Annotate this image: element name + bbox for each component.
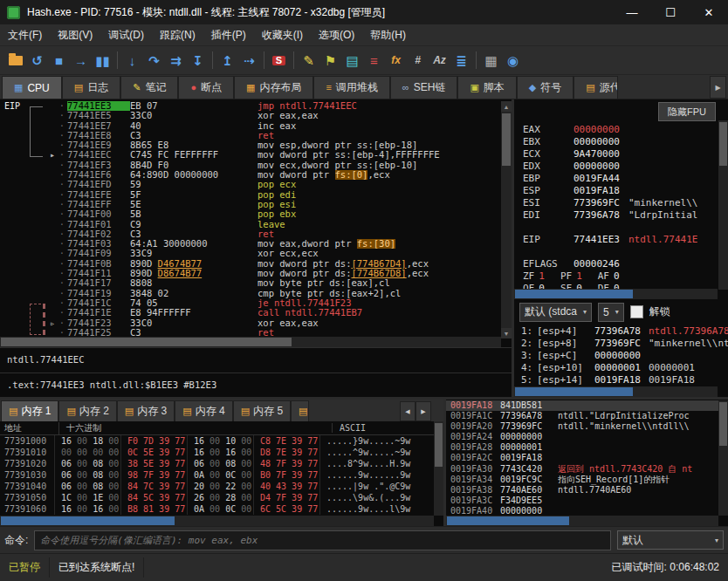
tab-scroll-left-icon[interactable]: ◀ [400, 401, 416, 421]
registers-vertical-scrollbar[interactable] [718, 120, 728, 290]
stack-row[interactable]: 0019FA2400000000 [446, 432, 718, 442]
memory-row[interactable]: 7739101000 00 00 000C 5E 39 7716 00 16 0… [0, 447, 434, 458]
stack-row[interactable]: 0019FA20773969FCntdll."minkernel\\ntdll\… [446, 421, 718, 432]
menu-item-favourites[interactable]: 收藏夹(I) [254, 25, 311, 45]
memory-row[interactable]: 7739100016 00 18 00F0 7D 39 7716 00 10 0… [0, 435, 434, 447]
argument-row[interactable]: 4:[esp+10]0000000100000001 [521, 362, 728, 374]
minimize-button[interactable]: — [613, 0, 651, 24]
animate-into-icon[interactable]: ⇉ [165, 50, 187, 72]
stack-row[interactable]: 0019FA387740AE60ntdll.7740AE60 [446, 485, 718, 496]
tab-scroll-right-icon[interactable]: ▶ [710, 76, 726, 99]
register-row[interactable]: EBP0019FA44 [523, 173, 728, 185]
close-debuggee-icon[interactable]: ■ [48, 50, 70, 72]
memory-tab-1[interactable]: ▤内存 1 [1, 400, 58, 421]
calculator-icon[interactable]: ▦ [480, 50, 502, 72]
memory-row[interactable]: 773910501C 00 1E 0084 5C 39 7726 00 28 0… [0, 492, 434, 503]
disasm-row[interactable]: ·77441F005Bpop ebx [0, 209, 501, 219]
tab-script[interactable]: ▣脚本 [457, 76, 516, 99]
step-into-icon[interactable]: ↓ [121, 50, 143, 72]
strings-icon[interactable]: Az [429, 50, 450, 72]
hide-fpu-button[interactable]: 隐藏FPU [658, 102, 716, 121]
disasm-vscroll-thumb[interactable] [502, 113, 511, 166]
memory-tab-6[interactable]: ▤ [291, 400, 308, 421]
tab-source[interactable]: ▤源代码 [573, 76, 618, 99]
flags-row[interactable]: OF0SF0DF0 [523, 283, 728, 289]
menu-item-plugins[interactable]: 插件(P) [203, 25, 254, 45]
step-out-icon[interactable]: ↧ [187, 50, 209, 72]
stack-row[interactable]: 0019FA3CF34D9EE5 [446, 496, 718, 506]
patches-icon[interactable]: ✎ [298, 50, 319, 72]
hash-icon[interactable]: # [407, 50, 429, 72]
unlock-checkbox[interactable] [630, 305, 643, 318]
skip-next-icon[interactable]: ⇢ [238, 50, 260, 72]
disasm-horizontal-scrollbar[interactable] [0, 337, 501, 347]
restart-icon[interactable]: ↺ [26, 50, 48, 72]
breakpoint-dot[interactable]: · [57, 209, 67, 219]
scroll-down-icon[interactable]: ▼ [501, 328, 512, 338]
argument-row[interactable]: 3:[esp+C]00000000 [521, 350, 728, 362]
memory-row[interactable]: 7739106016 00 16 00B8 81 39 770A 00 0C 0… [0, 503, 434, 515]
menu-item-view[interactable]: 视图(V) [50, 25, 100, 45]
disasm-row[interactable]: ·77441EE533C0xor eax,eax [0, 111, 501, 120]
script-icon[interactable]: S [268, 50, 290, 72]
open-file-icon[interactable] [4, 50, 26, 72]
menu-item-options[interactable]: 选项(O) [311, 25, 362, 45]
stack-row[interactable]: 0019FA2800000001 [446, 442, 718, 453]
close-button[interactable]: ✕ [690, 0, 728, 24]
tab-notes[interactable]: ✎笔记 [120, 76, 178, 99]
breakpoint-dot[interactable]: · [57, 180, 67, 189]
breakpoint-dot[interactable]: · [57, 308, 67, 318]
stack-row[interactable]: 0019FA1C77396A78ntdll."LdrpInitializePro… [446, 411, 718, 421]
disasm-hscroll-thumb[interactable] [1, 338, 292, 346]
help-icon[interactable]: ◉ [502, 50, 524, 72]
memory-row[interactable]: 7739103006 00 08 0098 7F 39 770A 00 0C 0… [0, 469, 434, 481]
breakpoint-dot[interactable]: · [57, 111, 67, 120]
register-row[interactable]: EIP77441EE3ntdll.77441E [523, 234, 728, 246]
tab-symbols[interactable]: ◆符号 [517, 76, 573, 99]
menu-item-help[interactable]: 帮助(H) [362, 25, 414, 45]
arguments-hscroll-thumb[interactable] [515, 387, 633, 396]
disasm-vertical-scrollbar[interactable]: ▲ ▼ [501, 101, 512, 338]
memory-row[interactable]: 7739104006 00 08 0084 7C 39 7720 00 22 0… [0, 481, 434, 492]
memory-tab-2[interactable]: ▤内存 2 [58, 400, 116, 421]
stack-horizontal-scrollbar[interactable] [446, 516, 718, 526]
breakpoint-dot[interactable]: · [57, 278, 67, 288]
stack-vertical-scrollbar[interactable] [718, 400, 728, 516]
pause-icon[interactable]: ▮▮ [92, 50, 113, 72]
tab-call-stack[interactable]: ≡调用堆栈 [313, 76, 389, 99]
registers-vscroll-thumb[interactable] [719, 122, 727, 166]
argument-row[interactable]: 5:[esp+14]0019FA180019FA18 [521, 374, 728, 386]
disasm-row[interactable]: ·77441F1EE8 94FFFFFFcall ntdll.77441EB7 [0, 308, 501, 318]
disasm-row[interactable]: ·77441EFD59pop ecx [0, 180, 501, 189]
flags-row[interactable]: ZF1PF1AF0 [523, 270, 728, 283]
memory-horizontal-scrollbar[interactable] [0, 516, 434, 526]
register-row[interactable]: EBX00000000 [523, 136, 728, 148]
register-row[interactable]: EDI77396A78"LdrpInitial [523, 209, 728, 222]
functions-icon[interactable]: fx [385, 50, 407, 72]
breakpoint-dot[interactable]: · [57, 328, 67, 338]
memory-vscroll-thumb[interactable] [435, 423, 443, 467]
disasm-vscroll-track[interactable] [501, 112, 512, 328]
command-profile-combo[interactable]: 默认 ▾ [617, 530, 724, 550]
stack-vscroll-thumb[interactable] [719, 402, 727, 446]
memory-tab-5[interactable]: ▤内存 5 [233, 400, 291, 421]
argument-row[interactable]: 2:[esp+8]773969FC"minkernel\\ntdll\\ [521, 338, 728, 350]
menu-item-debug[interactable]: 调试(D) [100, 25, 152, 45]
argument-count-combo[interactable]: 5 ▾ [598, 303, 624, 322]
register-row[interactable]: EAX00000000 [523, 124, 728, 136]
register-row[interactable]: EFLAGS00000246 [523, 258, 728, 270]
registers-horizontal-scrollbar[interactable] [514, 289, 718, 299]
tab-breakpoints[interactable]: ●断点 [178, 76, 234, 99]
register-row[interactable]: ESP0019FA18 [523, 185, 728, 197]
stack-row[interactable]: 0019FA2C0019FA18 [446, 453, 718, 463]
register-row[interactable]: ESI773969FC"minkernel\\ [523, 197, 728, 209]
tab-log[interactable]: ▤日志 [62, 76, 120, 99]
tab-scroll-right-icon[interactable]: ▶ [416, 401, 431, 421]
memory-map-icon[interactable]: ▤ [341, 50, 363, 72]
stack-row[interactable]: 0019FA18841DB581 [446, 400, 718, 411]
menu-item-file[interactable]: 文件(F) [0, 25, 50, 45]
command-input[interactable] [34, 530, 611, 550]
tab-cpu[interactable]: ▦CPU [2, 76, 62, 99]
maximize-button[interactable]: ☐ [651, 0, 690, 24]
execute-till-return-icon[interactable]: ↥ [216, 50, 238, 72]
